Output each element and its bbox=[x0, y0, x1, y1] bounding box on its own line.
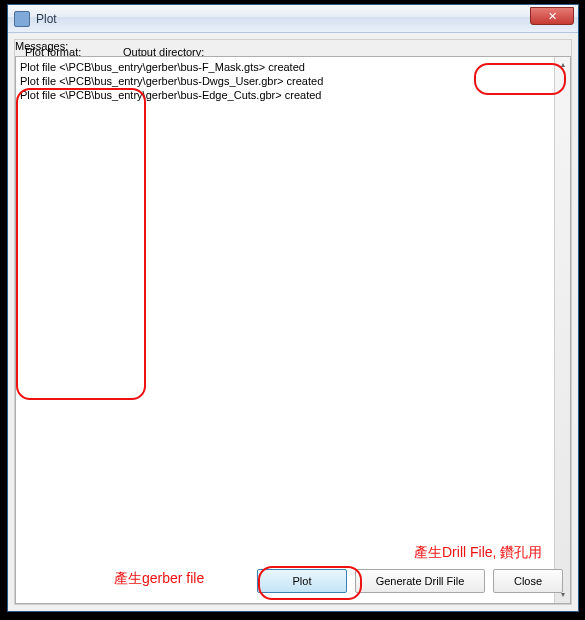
scrollbar[interactable] bbox=[554, 57, 570, 603]
window-title: Plot bbox=[36, 12, 57, 26]
messages-label: Messages: bbox=[15, 40, 68, 52]
close-button[interactable]: Close bbox=[493, 569, 563, 593]
app-icon bbox=[14, 11, 30, 27]
plot-button[interactable]: Plot bbox=[257, 569, 347, 593]
title-bar: Plot ✕ bbox=[8, 5, 578, 33]
message-line: Plot file <\PCB\bus_entry\gerber\bus-Dwg… bbox=[20, 74, 566, 88]
message-line: Plot file <\PCB\bus_entry\gerber\bus-F_M… bbox=[20, 60, 566, 74]
message-line: Plot file <\PCB\bus_entry\gerber\bus-Edg… bbox=[20, 88, 566, 102]
close-icon[interactable]: ✕ bbox=[530, 7, 574, 25]
messages-box[interactable]: Plot file <\PCB\bus_entry\gerber\bus-F_M… bbox=[15, 56, 571, 604]
generate-drill-file-button[interactable]: Generate Drill File bbox=[355, 569, 485, 593]
plot-dialog: Plot ✕ Plot format: Output directory: Ge… bbox=[7, 4, 579, 612]
client-area: Plot format: Output directory: Gerber Br… bbox=[14, 39, 572, 605]
